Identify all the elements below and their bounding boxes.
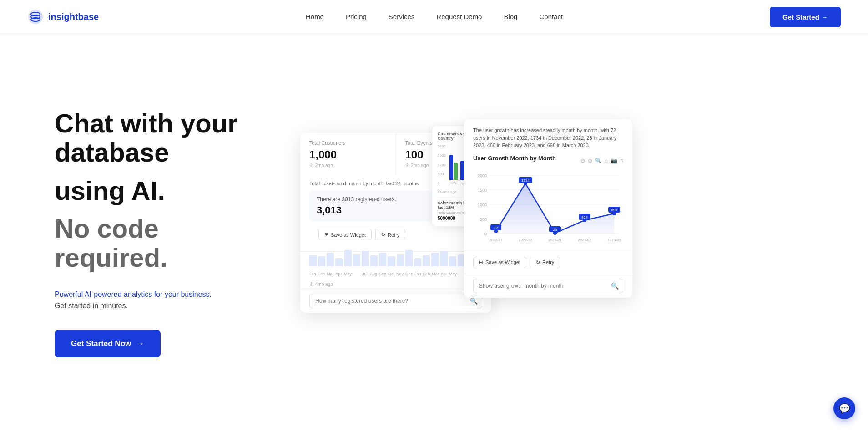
mini-bar-1 [318,256,325,266]
hero-desc-line2: Get started in minutes. [55,302,128,310]
svg-text:2023-01: 2023-01 [548,238,562,242]
mini-bar-chart [300,252,491,270]
nav-contact[interactable]: Contact [539,13,563,20]
hero-left: Chat with your database using AI. No cod… [55,109,273,357]
mini-bar-7 [370,255,378,266]
card2-chart-area: 2000 1500 1000 500 0 2022-11 2022-12 202… [473,171,623,244]
svg-text:1500: 1500 [478,188,487,193]
card2-input-row: 🔍 [464,274,632,298]
month-label-15: Apr [441,272,447,276]
country-label-ca: CA [451,181,457,185]
bar-uk-blue [460,161,464,180]
camera-icon[interactable]: 📷 [611,158,617,164]
search-icon-2[interactable]: 🔍 [595,158,602,164]
svg-text:2023-02: 2023-02 [578,238,591,242]
nav-services[interactable]: Services [389,13,415,20]
search-icon-1: 🔍 [470,297,478,305]
zoom-in-icon[interactable]: ⊕ [588,158,592,164]
nav-pricing[interactable]: Pricing [346,13,367,20]
logo-link[interactable]: insightbase [27,9,99,25]
card2-bottom: ⊞ Save as Widget ↻ Retry [464,251,632,274]
svg-text:1000: 1000 [478,203,487,207]
country-bar-pair-ca [449,155,458,180]
dashboard-card-2: The user growth has increased steadily m… [464,119,632,298]
metric-customers-value: 1,000 [309,148,387,161]
clock-icon-1: ⏱ [309,163,314,168]
month-label-9: Oct [388,272,394,276]
nav-get-started-button[interactable]: Get Started → [770,7,841,27]
month-label-2: Mar [327,272,334,276]
hero-cta-button[interactable]: Get Started Now → [55,330,161,357]
card2-actions: ⊞ Save as Widget ↻ Retry [473,257,560,268]
svg-text:2023-03: 2023-03 [607,238,621,242]
nav-blog[interactable]: Blog [504,13,517,20]
month-label-1: Feb [318,272,325,276]
hero-subtitle: No code required. [55,214,273,272]
card1-search-input[interactable] [309,294,482,308]
chat-float-icon: 💬 [839,403,850,414]
bar-ca-green [454,163,458,180]
card2-inner: The user growth has increased steadily m… [464,119,632,251]
month-label-7: Aug [370,272,377,276]
svg-text:868: 868 [581,215,588,219]
month-label-10: Nov [396,272,404,276]
mini-bar-5 [353,254,360,266]
mini-bar-12 [414,258,421,266]
mini-bar-11 [405,250,413,266]
svg-text:2022-11: 2022-11 [489,238,503,242]
svg-text:898: 898 [611,208,617,212]
hero-title-line1: Chat with your database [55,109,273,167]
month-label-14: Mar [432,272,439,276]
svg-text:2022-12: 2022-12 [519,238,532,242]
mini-bar-2 [327,253,334,266]
month-label-5 [353,272,360,276]
month-label-8: Sep [379,272,386,276]
mini-bar-16 [449,256,456,266]
cta-arrow: → [136,339,144,348]
hero-desc-line1: Powerful AI-powered analytics for your b… [55,290,212,298]
save-widget-button-1[interactable]: ⊞ Save as Widget [318,229,372,240]
area-fill [496,183,614,234]
bar-ca-blue [449,155,453,180]
month-label-4: May [344,272,352,276]
nav-request-demo[interactable]: Request Demo [436,13,482,20]
search-icon-3: 🔍 [611,282,619,290]
mini-bar-9 [388,256,395,266]
zoom-out-icon[interactable]: ⊖ [580,158,585,164]
mini-bar-8 [379,253,386,266]
mini-bar-13 [423,255,430,266]
mini-bar-0 [309,255,317,266]
svg-text:72: 72 [494,226,498,230]
retry-button-1[interactable]: ↻ Retry [375,229,405,240]
mini-bar-6 [362,251,369,266]
mini-bar-14 [431,253,439,266]
home-icon[interactable]: ⌂ [605,158,608,164]
widget-icon-2: ⊞ [479,259,483,265]
hero-desc: Powerful AI-powered analytics for your b… [55,289,273,312]
cta-label: Get Started Now [71,339,131,348]
retry-button-2[interactable]: ↻ Retry [530,257,560,268]
card2-desc: The user growth has increased steadily m… [473,127,623,149]
card1-actions: ⊞ Save as Widget ↻ Retry [309,225,482,246]
logo-icon [27,9,44,25]
svg-text:0: 0 [484,232,487,236]
svg-text:2000: 2000 [478,173,487,178]
card2-title: User Growth Month by Month [473,155,556,162]
svg-text:23: 23 [553,228,557,232]
month-label-12: Jan [414,272,421,276]
save-widget-button-2[interactable]: ⊞ Save as Widget [473,257,526,268]
nav-links: Home Pricing Services Request Demo Blog … [306,13,563,21]
clock-icon-3: ⏱ [309,282,314,287]
clock-icon-2: ⏱ [405,163,410,168]
svg-text:500: 500 [480,217,487,222]
nav-home[interactable]: Home [306,13,324,20]
country-group-ca: CA [449,155,458,185]
chat-float-button[interactable]: 💬 [833,397,855,419]
card2-search-input[interactable] [473,279,623,293]
card2-chart-controls: ⊖ ⊕ 🔍 ⌂ 📷 ≡ [580,158,623,164]
svg-point-0 [28,10,43,24]
card2-input-wrap: 🔍 [473,279,623,293]
hero-title-line2: using AI. [55,176,273,205]
menu-icon[interactable]: ≡ [620,158,623,164]
svg-text:1724: 1724 [521,178,530,183]
